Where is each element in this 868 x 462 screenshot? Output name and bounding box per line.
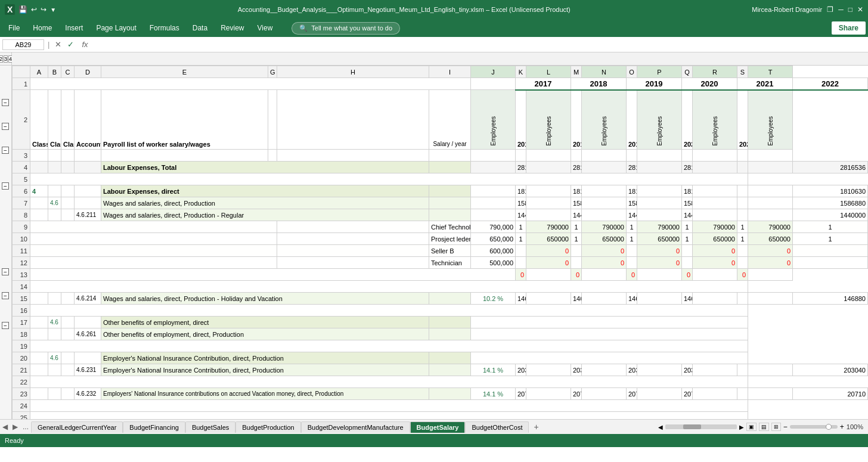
- r8-L[interactable]: 1440000: [571, 209, 582, 221]
- r2-payroll[interactable]: Payroll list of worker salary/wages: [101, 90, 268, 150]
- menu-page-layout[interactable]: Page Layout: [90, 21, 142, 35]
- sheet-tab-BudgetSales[interactable]: BudgetSales: [185, 421, 235, 433]
- r12-S[interactable]: 0: [748, 257, 793, 269]
- r10-Q[interactable]: 650000: [693, 233, 737, 245]
- r21-J[interactable]: 203040: [516, 364, 526, 376]
- r1-T[interactable]: 2022: [793, 78, 868, 90]
- r15-N[interactable]: 146880: [627, 293, 637, 305]
- r8-N[interactable]: 1440000: [627, 209, 637, 221]
- r8-P[interactable]: 1440000: [682, 209, 693, 221]
- r2-employees-2020[interactable]: Employees: [637, 90, 682, 150]
- menu-insert[interactable]: Insert: [59, 21, 89, 35]
- r9-H[interactable]: Chief Technology Officer (CTO): [429, 221, 471, 233]
- close-icon[interactable]: ✕: [857, 5, 863, 14]
- menu-formulas[interactable]: Formulas: [144, 21, 185, 35]
- menu-data[interactable]: Data: [187, 21, 213, 35]
- r2-accountname[interactable]: Account Name: [75, 90, 101, 150]
- normal-view-icon[interactable]: ▣: [746, 423, 757, 431]
- r2-employees-2022[interactable]: Employees: [748, 90, 793, 150]
- r18-E[interactable]: Other benefits of employment, direct, Pr…: [101, 328, 429, 340]
- r4-L[interactable]: 2816536: [571, 162, 582, 173]
- r8-T[interactable]: 1440000: [793, 209, 868, 221]
- row-group-collapse-4[interactable]: −: [2, 182, 9, 190]
- r6-L[interactable]: 1810630: [571, 185, 582, 197]
- r9-L[interactable]: 1: [571, 221, 582, 233]
- r7-L[interactable]: 1586880: [571, 197, 582, 209]
- r20-B[interactable]: 4.6: [48, 352, 61, 364]
- r12-Q[interactable]: 0: [693, 257, 737, 269]
- r13-S[interactable]: 0: [737, 269, 748, 281]
- r1-R[interactable]: 2021: [737, 78, 793, 90]
- r23-L[interactable]: 20710: [571, 388, 582, 400]
- zoom-slider[interactable]: [790, 425, 838, 429]
- r9-O[interactable]: 790000: [637, 221, 682, 233]
- zoom-out-icon[interactable]: −: [783, 423, 788, 431]
- group-level-2[interactable]: 2: [0, 55, 3, 63]
- add-sheet-button[interactable]: +: [529, 422, 543, 432]
- r18-D[interactable]: 4.6.261: [75, 328, 101, 340]
- r2-G[interactable]: [268, 90, 277, 150]
- r2-H[interactable]: [277, 90, 429, 150]
- r2-class4[interactable]: Class4: [61, 90, 75, 150]
- r10-H[interactable]: Prosject leder / administrator / Seller …: [429, 233, 471, 245]
- r10-N[interactable]: 1: [627, 233, 637, 245]
- r2-year2019[interactable]: 2019: [627, 90, 637, 150]
- menu-file[interactable]: File: [2, 21, 26, 35]
- restore-icon[interactable]: ❐: [827, 5, 833, 14]
- r10-R[interactable]: 1: [737, 233, 748, 245]
- r2-employees-2021[interactable]: Employees: [693, 90, 737, 150]
- r9-Q[interactable]: 790000: [693, 221, 737, 233]
- r10-P[interactable]: 1: [682, 233, 693, 245]
- r3-A[interactable]: [30, 150, 48, 162]
- r17-E[interactable]: Other benefits of employment, direct: [101, 317, 429, 328]
- r21-D[interactable]: 4.6.231: [75, 364, 101, 376]
- r11-I[interactable]: 600,000: [471, 245, 516, 257]
- r1-J[interactable]: 2017: [516, 78, 571, 90]
- maximize-icon[interactable]: □: [848, 5, 852, 14]
- r9-I[interactable]: 790,000: [471, 221, 516, 233]
- r12-K[interactable]: 0: [526, 257, 571, 269]
- r4-T[interactable]: 2816536: [793, 162, 868, 173]
- row-group-collapse-6[interactable]: −: [2, 292, 9, 299]
- r23-P[interactable]: 20710: [682, 388, 693, 400]
- r7-E[interactable]: Wages and salaries, direct, Production: [101, 197, 429, 209]
- col-header-L[interactable]: L: [526, 66, 571, 78]
- menu-view[interactable]: View: [252, 21, 279, 35]
- r15-L[interactable]: 146880: [571, 293, 582, 305]
- r21-N[interactable]: 203040: [627, 364, 637, 376]
- r4-E[interactable]: Labour Expenses, Total: [101, 162, 429, 173]
- r9-P[interactable]: 1: [682, 221, 693, 233]
- r6-N[interactable]: 1810630: [627, 185, 637, 197]
- r23-J[interactable]: 20710: [516, 388, 526, 400]
- r7-B[interactable]: 4.6: [48, 197, 61, 209]
- cancel-formula-icon[interactable]: ✕: [53, 40, 63, 49]
- r1-I[interactable]: [471, 78, 516, 90]
- tab-nav-next[interactable]: ▶: [10, 423, 20, 431]
- r10-S[interactable]: 650000: [748, 233, 793, 245]
- grid-wrapper[interactable]: A B C D E G H I J K L M N O P Q R: [12, 66, 868, 419]
- page-break-icon[interactable]: ⊞: [771, 423, 781, 431]
- zoom-in-icon[interactable]: +: [840, 423, 844, 431]
- r9-K[interactable]: 790000: [526, 221, 571, 233]
- r1-P[interactable]: 2020: [682, 78, 737, 90]
- row-group-collapse-7[interactable]: −: [2, 322, 9, 329]
- r7-P[interactable]: 1586880: [682, 197, 693, 209]
- r23-D[interactable]: 4.6.232: [75, 388, 101, 400]
- col-header-H[interactable]: H: [277, 66, 429, 78]
- tab-nav-dots[interactable]: ...: [20, 423, 31, 431]
- col-header-A[interactable]: A: [30, 66, 48, 78]
- redo-icon[interactable]: ↪: [41, 5, 46, 14]
- r2-salary[interactable]: Salary / year: [429, 90, 471, 150]
- r15-E[interactable]: Wages and salaries, direct, Production -…: [101, 293, 429, 305]
- r15-I[interactable]: 10.2 %: [471, 293, 516, 305]
- col-header-C[interactable]: C: [61, 66, 75, 78]
- r6-P[interactable]: 1810630: [682, 185, 693, 197]
- r9-T[interactable]: 1: [793, 221, 868, 233]
- r12-O[interactable]: 0: [637, 257, 682, 269]
- r2-class3[interactable]: Class3: [48, 90, 61, 150]
- r11-O[interactable]: 0: [637, 245, 682, 257]
- r10-M[interactable]: 650000: [582, 233, 627, 245]
- col-header-G[interactable]: G: [268, 66, 277, 78]
- r13-Q[interactable]: 0: [682, 269, 693, 281]
- menu-home[interactable]: Home: [27, 21, 58, 35]
